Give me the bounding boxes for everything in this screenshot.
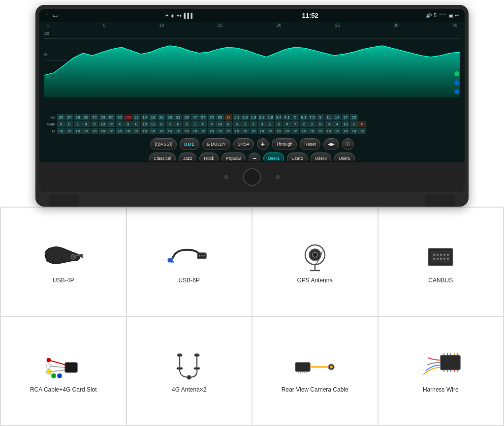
svg-rect-45 — [295, 363, 310, 371]
svg-point-25 — [437, 258, 439, 260]
accessory-gps: GPS Antenna — [252, 208, 378, 317]
srs-button[interactable]: SRS● — [233, 138, 254, 150]
plus-button[interactable]: + — [257, 138, 269, 150]
rear-camera-label: Rear View Camera Cable — [282, 386, 348, 393]
wifi-icon: ◈ — [171, 13, 175, 18]
svg-line-34 — [49, 370, 66, 372]
svg-point-8 — [199, 255, 200, 256]
svg-point-43 — [194, 354, 199, 357]
classical-preset[interactable]: Classical — [149, 152, 176, 161]
canbus-image — [416, 240, 465, 274]
eq-rows: Hz 20 24 29 36 45 53 65 80 100 12 14 18 … — [39, 113, 465, 135]
canbus-label: CANBUS — [428, 277, 453, 284]
4g-image — [164, 349, 214, 383]
svg-point-9 — [201, 255, 203, 256]
popular-preset[interactable]: Popular — [221, 152, 246, 161]
accessories-grid: USB-4P USB-6P — [0, 207, 504, 426]
window-icon: ▣ — [448, 13, 453, 18]
right-dot — [276, 175, 280, 179]
info-button[interactable]: ⓘ — [342, 138, 354, 150]
time-display: 11:52 — [302, 12, 318, 19]
svg-rect-37 — [65, 363, 77, 372]
left-dot — [224, 175, 228, 179]
harness-icon — [418, 350, 463, 382]
svg-rect-11 — [168, 258, 173, 262]
usb4p-icon — [41, 241, 86, 273]
dde-button[interactable]: DDE — [180, 138, 199, 150]
eq-wave-svg — [44, 29, 460, 97]
svg-point-3 — [454, 89, 459, 94]
user5-preset[interactable]: User5 — [334, 152, 355, 161]
svg-line-30 — [49, 360, 66, 365]
minus-button[interactable]: − — [249, 152, 260, 161]
jazz-preset[interactable]: Jazz — [179, 152, 197, 161]
accessory-usb6p: USB-6P — [127, 208, 253, 317]
q-row: Q 16 16 16 16 16 16 16 16 16 16 16 16 16 — [44, 127, 460, 134]
through-button[interactable]: Through — [272, 138, 297, 150]
accessory-canbus: CANBUS — [378, 208, 504, 317]
home-icon[interactable]: ⌂ — [45, 12, 49, 18]
rock-preset[interactable]: Rock — [199, 152, 219, 161]
left-mount-foot — [49, 195, 79, 207]
back-icon: ↩ — [455, 13, 459, 18]
harness-image — [416, 349, 465, 383]
svg-point-2 — [454, 80, 459, 85]
eq-chart: 20 0 -20 — [44, 29, 460, 97]
screen-frame: ⌂ ▭ ✦ ◈ ▾▾ ▌▌▌ 11:52 🔊 5 — [39, 9, 465, 192]
svg-point-20 — [437, 254, 439, 256]
gain-label: Gain — [44, 122, 55, 126]
hz-row: Hz 20 24 29 36 45 53 65 80 100 12 14 18 … — [44, 114, 460, 121]
svg-point-40 — [177, 354, 182, 357]
accessory-usb4p: USB-4P — [1, 208, 127, 317]
rear-camera-image — [290, 349, 340, 383]
screen-content: ⌂ ▭ ✦ ◈ ▾▾ ▌▌▌ 11:52 🔊 5 — [39, 9, 465, 161]
expand-icon: ⌃⌃ — [439, 13, 446, 18]
svg-point-10 — [204, 255, 205, 256]
status-center: 11:52 — [302, 12, 318, 19]
eq-chart-area: 1 5 10 15 20 25 30 36 20 0 -20 — [39, 22, 465, 113]
rca-icon — [41, 350, 86, 382]
q-label: Q — [44, 129, 55, 133]
status-left: ⌂ ▭ — [45, 12, 58, 19]
bluetooth-icon: ✦ — [165, 13, 169, 18]
svg-rect-41 — [194, 367, 200, 369]
device-section: ⌂ ▭ ✦ ◈ ▾▾ ▌▌▌ 11:52 🔊 5 — [0, 0, 504, 207]
right-mount-foot — [425, 195, 455, 207]
svg-point-27 — [443, 258, 445, 260]
gps-icon — [293, 241, 337, 273]
usb6p-label: USB-6P — [179, 277, 200, 284]
gps-label: GPS Antenna — [297, 277, 333, 284]
user2-preset[interactable]: User2 — [287, 152, 308, 161]
status-right-icons: 🔊 5 ⌃⌃ ▣ ↩ — [426, 13, 459, 18]
rca-image — [39, 349, 88, 383]
accessory-rca: RCA Cable+4G Card Slot — [1, 317, 127, 426]
preset-row: Classical Jazz Rock Popular − User1 User… — [39, 152, 465, 161]
dolby-button[interactable]: ⊟DOLBY — [202, 138, 230, 150]
svg-point-36 — [57, 373, 62, 378]
reset-button[interactable]: Reset — [300, 138, 320, 150]
svg-point-44 — [187, 375, 191, 379]
home-button[interactable] — [243, 168, 261, 186]
harness-label: Harness Wire — [423, 386, 459, 393]
rca-label: RCA Cable+4G Card Slot — [30, 386, 97, 393]
signal-icon: ▾▾ — [177, 13, 182, 18]
controls-row-1: ((BASS)) DDE ⊟DOLBY SRS● + Through Reset… — [39, 135, 465, 152]
screenshot-icon[interactable]: ▭ — [53, 12, 58, 19]
bass-button[interactable]: ((BASS)) — [150, 138, 177, 150]
rear-camera-icon — [293, 350, 337, 382]
hz-label: Hz — [44, 115, 55, 120]
speaker-button[interactable]: ◀▶ — [323, 138, 339, 150]
svg-point-28 — [447, 258, 449, 260]
user3-preset[interactable]: User3 — [311, 152, 331, 161]
device-mount — [39, 192, 465, 207]
gain-row: Gain 0 0 1 4 5 10 15 4 0 0 10 12 8 — [44, 121, 460, 127]
user1-preset[interactable]: User1 — [263, 152, 284, 161]
svg-point-21 — [440, 254, 442, 256]
usb6p-image — [164, 240, 214, 274]
svg-rect-38 — [177, 367, 183, 369]
usb6p-icon — [167, 241, 211, 273]
svg-marker-0 — [44, 46, 460, 97]
usb4p-image — [39, 240, 88, 274]
4g-icon — [167, 350, 211, 382]
volume-level: 5 — [434, 13, 437, 18]
